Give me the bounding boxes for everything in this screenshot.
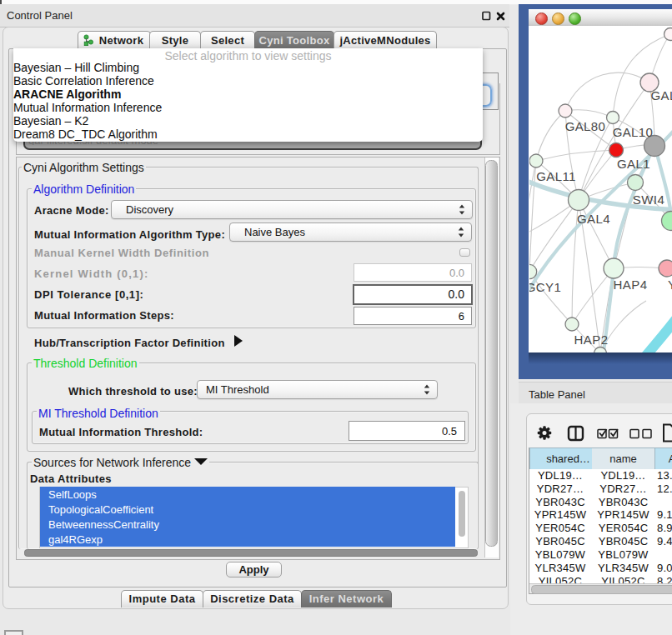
svg-text:GAL11: GAL11 (536, 169, 576, 183)
svg-text:GAL1: GAL1 (617, 157, 650, 171)
svg-text:GAL4: GAL4 (577, 212, 610, 226)
svg-text:GAL10: GAL10 (613, 125, 654, 139)
svg-text:Y: Y (668, 278, 672, 292)
svg-text:GCY1: GCY1 (529, 280, 561, 294)
svg-text:SWI4: SWI4 (633, 192, 664, 207)
svg-text:HAP2: HAP2 (574, 332, 609, 347)
svg-text:GAL80: GAL80 (565, 119, 606, 133)
svg-text:GAL7: GAL7 (651, 88, 672, 102)
svg-text:HAP4: HAP4 (614, 278, 648, 292)
